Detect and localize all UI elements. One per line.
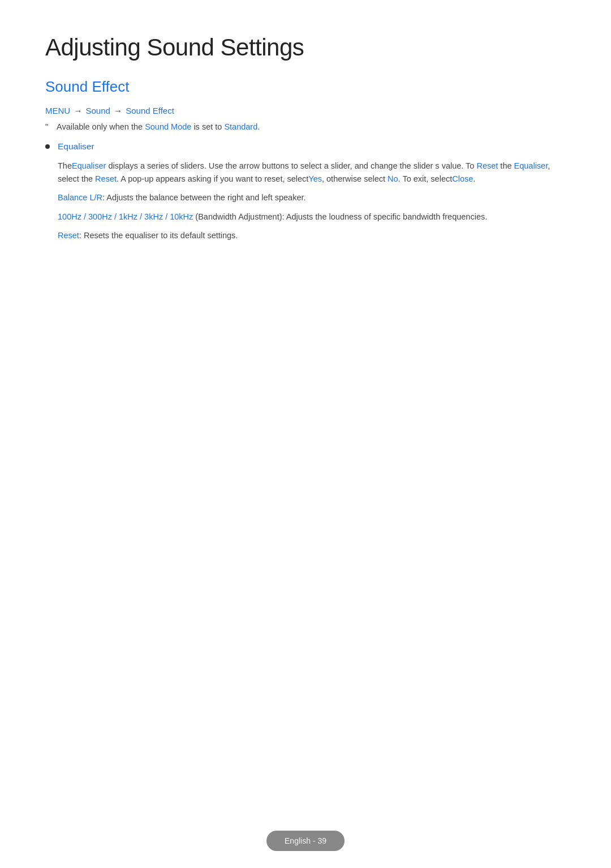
footer-text: English - 39 — [285, 836, 326, 845]
bullet-item: Equaliser — [45, 141, 566, 152]
p1-reset1: Reset — [476, 161, 498, 170]
paragraph-2: Balance L/R: Adjusts the balance between… — [45, 191, 566, 204]
p2-text: : Adjusts the balance between the right … — [102, 193, 306, 202]
p1-equaliser1: Equaliser — [72, 161, 106, 170]
breadcrumb-arrow1: → — [71, 106, 84, 115]
section-title: Sound Effect — [45, 78, 566, 96]
note-line: Available only when the Sound Mode is se… — [45, 122, 566, 131]
breadcrumb: MENU → Sound → Sound Effect — [45, 106, 566, 115]
p1-text2: the — [498, 161, 514, 170]
bullet-dot — [45, 144, 50, 149]
p1-reset2: Reset — [95, 174, 117, 183]
p3-text: (Bandwidth Adjustment): Adjusts the loud… — [193, 212, 487, 221]
bullet-section: Equaliser TheEqualiser displays a series… — [45, 141, 566, 242]
note-standard: Standard — [224, 122, 257, 131]
p1-text4: . A pop-up appears asking if you want to… — [117, 174, 308, 183]
bullet-label: Equaliser — [58, 141, 94, 152]
footer: English - 39 — [266, 831, 345, 851]
note-prefix: Available only when the — [57, 122, 145, 131]
p4-text: : Resets the equaliser to its default se… — [79, 231, 238, 240]
paragraph-4: Reset: Resets the equaliser to its defau… — [45, 229, 566, 242]
p1-text5: , otherwise select — [322, 174, 385, 183]
breadcrumb-menu: MENU — [45, 106, 70, 115]
main-title: Adjusting Sound Settings — [45, 34, 566, 61]
p1-text6: . To exit, select — [398, 174, 453, 183]
p2-balance: Balance L/R — [58, 193, 102, 202]
paragraph-1: TheEqualiser displays a series of slider… — [45, 160, 566, 186]
note-middle: is set to — [191, 122, 224, 131]
note-sound-mode: Sound Mode — [145, 122, 191, 131]
p1-yes: Yes — [308, 174, 322, 183]
p1-prefix: The — [58, 161, 72, 170]
breadcrumb-sound: Sound — [86, 106, 110, 115]
p1-no: No — [388, 174, 398, 183]
p1-text7: . — [473, 174, 475, 183]
p4-reset: Reset — [58, 231, 79, 240]
p1-middle: displays a series of sliders. Use the ar… — [106, 161, 474, 170]
p1-equaliser2: Equaliser — [514, 161, 548, 170]
p1-close: Close — [452, 174, 473, 183]
note-suffix: . — [257, 122, 260, 131]
breadcrumb-arrow2: → — [111, 106, 124, 115]
p3-freqs: 100Hz / 300Hz / 1kHz / 3kHz / 10kHz — [58, 212, 193, 221]
breadcrumb-sound-effect: Sound Effect — [126, 106, 174, 115]
paragraph-3: 100Hz / 300Hz / 1kHz / 3kHz / 10kHz (Ban… — [45, 210, 566, 224]
